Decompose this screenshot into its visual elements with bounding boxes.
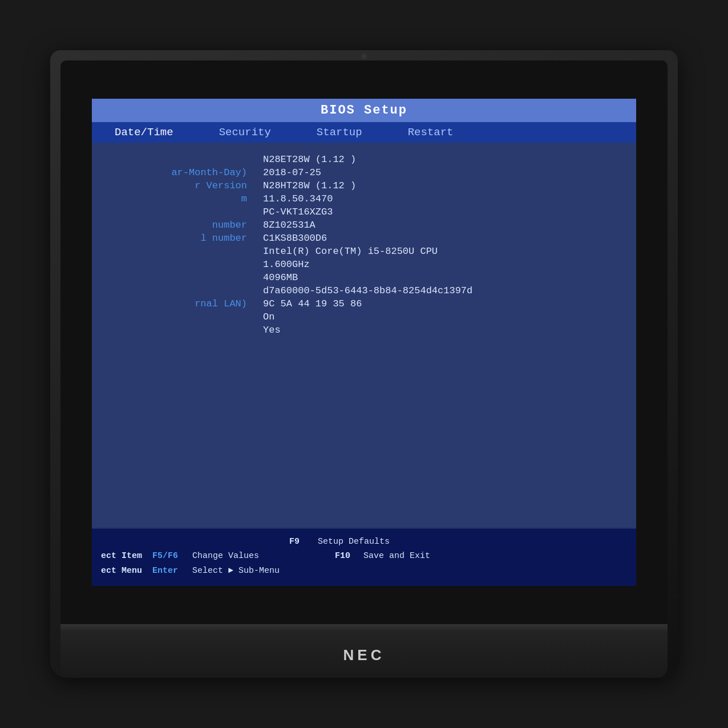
label-lan: rnal LAN) xyxy=(92,297,252,310)
help-bar: F9 Setup Defaults ect Item F5/F6 Change … xyxy=(92,528,636,587)
screen-bezel: BIOS Setup Date/Time Security Startup Re… xyxy=(60,60,668,624)
label-ram xyxy=(92,271,252,284)
label-vt xyxy=(92,310,252,323)
value-owned: Yes xyxy=(252,323,636,337)
help-row-2: ect Item F5/F6 Change Values F10 Save an… xyxy=(101,549,627,564)
table-row: ar-Month-Day) 2018-07-25 xyxy=(92,166,636,179)
label-asset: l number xyxy=(92,232,252,245)
label-model xyxy=(92,205,252,219)
brand-logo: NEC xyxy=(343,646,385,664)
help-key-blank1 xyxy=(101,535,147,549)
label-bios xyxy=(92,153,252,166)
info-rows: N28ET28W (1.12 ) ar-Month-Day) 2018-07-2… xyxy=(92,143,636,528)
value-ec-version: N28HT28W (1.12 ) xyxy=(252,179,636,192)
help-key-enter: Enter xyxy=(152,564,192,579)
table-row: 1.600GHz xyxy=(92,258,636,271)
label-owned xyxy=(92,323,252,337)
help-key-select-item-label: ect Item xyxy=(101,549,152,564)
table-row: r Version N28HT28W (1.12 ) xyxy=(92,179,636,192)
help-row-1: F9 Setup Defaults xyxy=(101,535,627,549)
value-uuid: d7a60000-5d53-6443-8b84-8254d4c1397d xyxy=(252,284,636,297)
help-key-select-menu-label: ect Menu xyxy=(101,564,152,579)
value-lan: 9C 5A 44 19 35 86 xyxy=(252,297,636,310)
info-table: N28ET28W (1.12 ) ar-Month-Day) 2018-07-2… xyxy=(92,153,636,337)
menu-date-time[interactable]: Date/Time xyxy=(92,125,196,140)
label-serial: number xyxy=(92,219,252,232)
laptop-hinge xyxy=(60,624,668,632)
table-row: d7a60000-5d53-6443-8b84-8254d4c1397d xyxy=(92,284,636,297)
table-row: number 8Z102531A xyxy=(92,219,636,232)
value-asset: C1KS8B300D6 xyxy=(252,232,636,245)
menu-restart[interactable]: Restart xyxy=(385,125,476,140)
help-desc-blank1 xyxy=(147,535,289,549)
bios-title: BIOS Setup xyxy=(92,99,636,122)
menu-security[interactable]: Security xyxy=(196,125,294,140)
webcam xyxy=(361,54,367,59)
label-me: m xyxy=(92,192,252,205)
help-desc-select-submenu: Select ► Sub-Menu xyxy=(192,564,335,579)
table-row: N28ET28W (1.12 ) xyxy=(92,153,636,166)
laptop-chassis: BIOS Setup Date/Time Security Startup Re… xyxy=(50,50,678,678)
value-date: 2018-07-25 xyxy=(252,166,636,179)
value-me: 11.8.50.3470 xyxy=(252,192,636,205)
table-row: Intel(R) Core(TM) i5-8250U CPU xyxy=(92,245,636,258)
help-row-3: ect Menu Enter Select ► Sub-Menu xyxy=(101,564,627,579)
label-speed xyxy=(92,258,252,271)
help-key-f5f6: F5/F6 xyxy=(152,549,192,564)
table-row: rnal LAN) 9C 5A 44 19 35 86 xyxy=(92,297,636,310)
table-row: 4096MB xyxy=(92,271,636,284)
label-ec-version: r Version xyxy=(92,179,252,192)
help-desc-change-values: Change Values xyxy=(192,549,335,564)
help-fdesc-save-exit: Save and Exit xyxy=(363,549,430,564)
help-fn-f9: F9 xyxy=(289,535,318,549)
label-cpu xyxy=(92,245,252,258)
table-row: PC-VKT16XZG3 xyxy=(92,205,636,219)
bios-screen: BIOS Setup Date/Time Security Startup Re… xyxy=(90,97,638,588)
table-row: Yes xyxy=(92,323,636,337)
table-row: On xyxy=(92,310,636,323)
value-vt: On xyxy=(252,310,636,323)
help-fdesc-setup-defaults: Setup Defaults xyxy=(318,535,390,549)
table-row: l number C1KS8B300D6 xyxy=(92,232,636,245)
laptop-bottom: NEC xyxy=(60,632,668,678)
label-uuid xyxy=(92,284,252,297)
bios-menubar: Date/Time Security Startup Restart xyxy=(92,122,636,143)
label-date: ar-Month-Day) xyxy=(92,166,252,179)
value-serial: 8Z102531A xyxy=(252,219,636,232)
value-speed: 1.600GHz xyxy=(252,258,636,271)
help-fn-f10: F10 xyxy=(335,549,363,564)
bios-main-area: N28ET28W (1.12 ) ar-Month-Day) 2018-07-2… xyxy=(92,143,636,586)
value-bios: N28ET28W (1.12 ) xyxy=(252,153,636,166)
value-ram: 4096MB xyxy=(252,271,636,284)
table-row: m 11.8.50.3470 xyxy=(92,192,636,205)
value-cpu: Intel(R) Core(TM) i5-8250U CPU xyxy=(252,245,636,258)
value-model: PC-VKT16XZG3 xyxy=(252,205,636,219)
menu-startup[interactable]: Startup xyxy=(294,125,385,140)
